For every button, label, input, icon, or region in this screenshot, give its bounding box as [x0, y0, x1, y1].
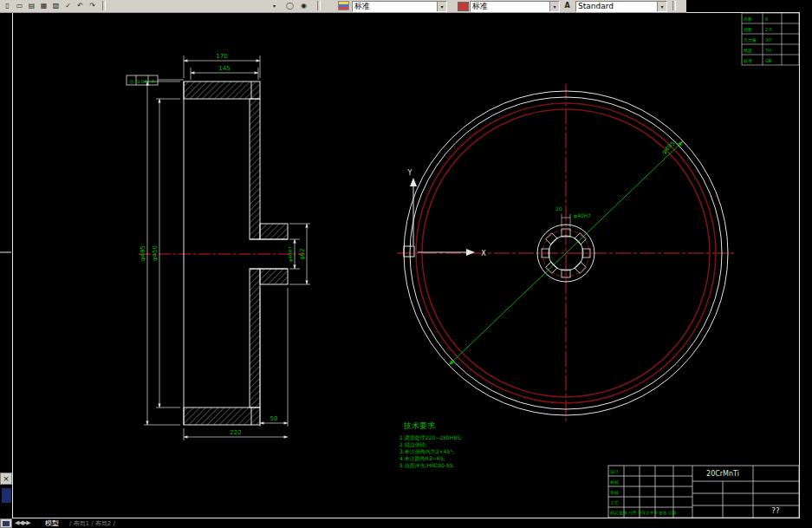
dim-label: φ40H7	[288, 245, 294, 262]
toolbar-separator	[317, 1, 321, 10]
ucs-y-label: Y	[407, 169, 412, 177]
taskbar-grip[interactable]	[0, 518, 12, 528]
gdt-tolerance: 0.04	[137, 79, 148, 84]
drawing-canvas[interactable]: 170 145 φ495 φ450 φ62 φ40H7 50 222 ◎ 0.0…	[0, 0, 812, 528]
dim-label: φ495	[140, 245, 146, 261]
param-label: 齿数	[744, 16, 752, 22]
new-icon[interactable]: ▯	[2, 1, 13, 10]
redo-icon[interactable]: ↷	[87, 1, 98, 10]
textstyle-combobox-value: Standard	[578, 2, 614, 11]
param-label: 模数	[744, 27, 752, 32]
toolbar-separator	[672, 1, 676, 10]
dimstyle-combobox[interactable]: 标准 ▾	[470, 1, 560, 12]
chevron-down-icon[interactable]: ▾	[549, 2, 559, 11]
tech-req-line: 3.未注倒角均为2×45°;	[400, 448, 454, 455]
tech-req-line: 4.未注圆角R3~R5;	[400, 455, 445, 462]
revision-row: 标记 处数 分区 更改文件号 签名 日期	[609, 510, 677, 516]
param-value: GB	[765, 58, 772, 63]
tab-layouts[interactable]: / 布局1 / 布局2 /	[69, 519, 115, 528]
param-label: 标准	[743, 58, 752, 64]
ucs-x-label: X	[481, 250, 486, 257]
spline-param-table: 齿数 8 模数 2.5 压力角 30° 精度 7H 标准 GB	[742, 13, 799, 65]
standard-toolbar: ▯ ▭ ▤ ▦ ▧ ✓ ↶ ↷ ▾ ◯ ◉ 标准 ▾ 标准 ▾ A Standa…	[0, 0, 686, 13]
shade-icon[interactable]: ◉	[298, 1, 309, 10]
spell-check-icon[interactable]: ✓	[62, 1, 74, 10]
layer-properties-icon[interactable]	[338, 1, 349, 10]
tech-requirements: 技术要求 1.调质处理220~250HBS; 2.锐边倒钝; 3.未注倒角均为2…	[400, 421, 462, 469]
dim-label: 170	[216, 53, 227, 60]
dimstyle-combobox-value: 标准	[472, 2, 488, 11]
tech-req-title: 技术要求	[403, 421, 435, 430]
material-label: 20CrMnTi	[706, 470, 739, 478]
tech-req-line: 1.调质处理220~250HBS;	[400, 434, 462, 441]
drawing-code: ??	[771, 506, 780, 515]
param-label: 压力角	[744, 37, 757, 42]
open-icon[interactable]: ▭	[14, 1, 25, 10]
print-icon[interactable]: ▦	[38, 1, 49, 10]
layer-combobox-value: 标准	[354, 2, 370, 11]
dim-label: φ40H7	[574, 212, 591, 219]
chevron-down-icon[interactable]: ▾	[657, 2, 666, 11]
dim-label: φ62	[299, 248, 306, 260]
textstyle-combobox[interactable]: Standard ▾	[575, 1, 667, 12]
gdt-datum: A	[151, 78, 155, 84]
title-block: 20CrMnTi ?? 设计 校核 审核 工艺 标记 处数 分区 更改文件号 签…	[608, 466, 799, 518]
param-value: 8	[765, 16, 768, 22]
tab-nav-arrows[interactable]: ◀◀▶▶	[15, 519, 30, 526]
dim-label: 222	[230, 429, 241, 436]
docked-tool-icon[interactable]	[1, 487, 12, 504]
text-style-icon[interactable]: A	[562, 1, 573, 10]
app-mini-icon	[3, 521, 10, 526]
color-control-icon[interactable]	[458, 2, 469, 11]
gdt-symbol: ◎	[129, 78, 133, 84]
tech-req-line: 5.齿面淬火,HRC50-55.	[400, 462, 455, 469]
gdt-frame: ◎ 0.04 A	[127, 75, 184, 85]
param-value: 30°	[765, 37, 773, 42]
param-label: 精度	[744, 48, 752, 54]
layout-tab-bar: ◀◀▶▶ 模型 / 布局1 / 布局2 /	[0, 518, 812, 528]
orbit-icon[interactable]: ◯	[284, 1, 296, 10]
preview-icon[interactable]: ▧	[50, 1, 62, 10]
dim-label: 145	[218, 65, 230, 72]
dim-label: φ450	[152, 245, 159, 261]
title-block-label: 审核	[610, 490, 619, 495]
dim-label: 20	[555, 205, 562, 212]
tech-req-line: 2.锐边倒钝;	[400, 441, 427, 448]
tab-model[interactable]: 模型	[45, 518, 59, 528]
toolbar-separator	[102, 1, 106, 10]
title-block-label: 校核	[609, 479, 619, 485]
section-view: 170 145 φ495 φ450 φ62 φ40H7 50 222 ◎ 0.0…	[127, 53, 310, 440]
param-value: 2.5	[765, 27, 772, 32]
title-block-label: 工艺	[610, 500, 619, 505]
dim-label: 50	[270, 415, 278, 422]
layer-combobox[interactable]: 标准 ▾	[352, 1, 447, 12]
cad-window: 170 145 φ495 φ450 φ62 φ40H7 50 222 ◎ 0.0…	[0, 0, 812, 528]
undo-icon[interactable]: ↶	[75, 1, 86, 10]
chevron-down-icon[interactable]: ▾	[437, 2, 446, 11]
param-value: 7H	[765, 48, 771, 53]
save-icon[interactable]: ▤	[26, 1, 37, 10]
flyout-arrow-icon[interactable]: ▾	[269, 1, 280, 10]
front-view: φ495	[397, 84, 735, 422]
title-block-label: 设计	[609, 469, 619, 474]
close-icon[interactable]: ×	[0, 473, 12, 485]
